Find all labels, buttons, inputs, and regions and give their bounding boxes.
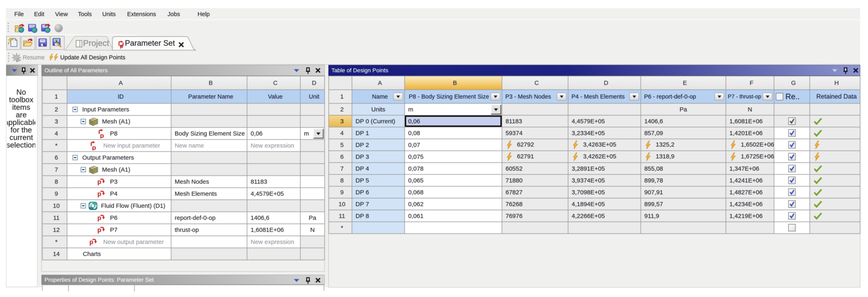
svg-text:p: p [120, 43, 123, 49]
svg-text:p: p [92, 144, 96, 150]
svg-text:p: p [100, 132, 104, 139]
